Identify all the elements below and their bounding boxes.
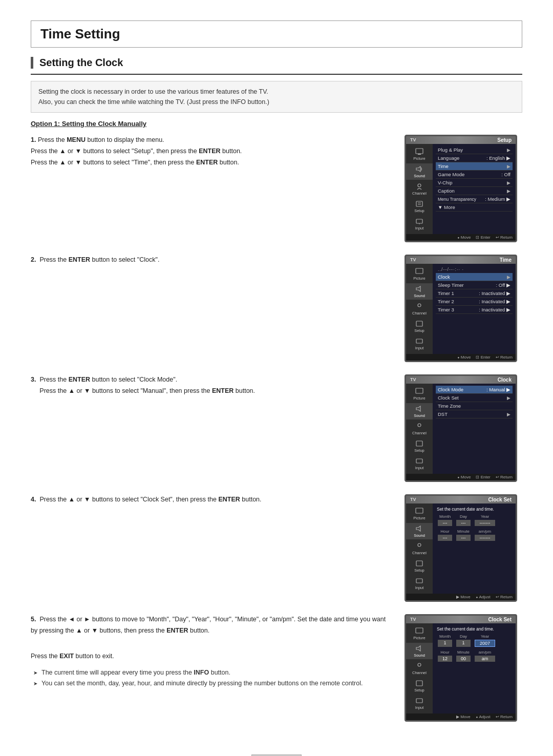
step-3-text: 3. Press the ENTER button to select "Clo…: [31, 374, 392, 397]
tv-footer-time: ⬥ Move⊡ Enter↩ Return: [406, 354, 516, 361]
step-1-text: 1. Press the MENU button to display the …: [31, 135, 392, 169]
svg-rect-19: [416, 508, 423, 513]
tv-sidebar-cs1-input: Input: [406, 575, 433, 592]
step-5: 5. Press the ◄ or ► buttons to move to "…: [31, 614, 522, 722]
step-1-screen: TV Setup Picture Sound: [405, 135, 522, 242]
tv-cs1-vals-top: --- --- -------: [436, 519, 513, 527]
svg-point-26: [418, 663, 421, 666]
tv-sidebar-clockset2: Picture Sound Channel Setup: [406, 623, 433, 713]
svg-rect-27: [416, 681, 422, 686]
tv-item-clock: Clock▶: [436, 273, 513, 281]
tv-title-setup: TV Setup: [406, 136, 516, 144]
exit-text: Press the EXIT button to exit.: [31, 640, 392, 662]
step-2-screen: TV Time Picture Sound: [405, 255, 522, 362]
tv-sidebar-input: Input: [406, 216, 433, 232]
tv-sidebar-time: Picture Sound Channel Setup: [406, 264, 433, 354]
svg-rect-13: [416, 339, 422, 343]
tv-item-timer3: Timer 3: Inactivated ▶: [436, 306, 513, 314]
tv-sidebar-cs1-channel: Channel: [406, 540, 433, 557]
tv-footer-clock: ⬥ Move⊡ Enter↩ Return: [406, 474, 516, 480]
tv-screen-time: TV Time Picture Sound: [405, 255, 517, 362]
step-3-screen: TV Clock Picture Sound: [405, 374, 522, 482]
step-2-text: 2. Press the ENTER button to select "Clo…: [31, 255, 392, 266]
svg-marker-25: [416, 646, 420, 651]
tv-sidebar-cs2-picture: Picture: [406, 625, 433, 642]
tv-sidebar-clock: Picture Sound Channel Setup: [406, 384, 433, 474]
tv-cs2-labels-top: Month Day Year: [436, 634, 513, 639]
tv-cs2-vals-top: 1 1 2007: [436, 639, 513, 647]
tv-sidebar-time-input: Input: [406, 335, 433, 352]
tv-sidebar-picture: Picture: [406, 146, 433, 162]
tv-item-timer2: Timer 2: Inactivated ▶: [436, 298, 513, 306]
tv-title-time: TV Time: [406, 256, 516, 264]
tv-item-timezone: Time Zone: [436, 402, 513, 410]
svg-rect-28: [416, 699, 422, 703]
tv-item-dst: DST▶: [436, 410, 513, 418]
tv-screen-clockset1: TV Clock Set Picture Sound: [405, 494, 517, 602]
step-4-screen: TV Clock Set Picture Sound: [405, 494, 522, 602]
tv-footer-clockset2: ▶ Move⬥ Adjust↩ Return: [406, 713, 516, 720]
intro-line-1: Setting the clock is necessary in order …: [38, 88, 268, 95]
svg-rect-24: [416, 628, 423, 633]
svg-marker-15: [416, 406, 420, 411]
tv-cs1-desc: Set the current date and time.: [436, 506, 513, 514]
svg-point-11: [418, 304, 421, 307]
tv-sidebar-cs2-setup: Setup: [406, 678, 433, 694]
step-1-number: 1.: [31, 136, 36, 143]
tv-sidebar-channel: Channel: [406, 181, 433, 197]
tv-item-plugplay: Plug & Play▶: [436, 146, 513, 154]
tv-item-clockset: Clock Set▶: [436, 394, 513, 402]
tv-item-vchip: V-Chip▶: [436, 179, 513, 187]
tv-sidebar-sound: Sound: [406, 163, 433, 180]
svg-rect-18: [416, 459, 422, 463]
tv-screen-clock: TV Clock Picture Sound: [405, 374, 517, 482]
tv-content-clockset1: Set the current date and time. Month Day…: [433, 503, 516, 594]
svg-rect-9: [416, 268, 423, 274]
tv-cs1-labels-top: Month Day Year: [436, 514, 513, 519]
tv-item-sleep: Sleep Timer: Off ▶: [436, 281, 513, 289]
tv-sidebar-clock-channel: Channel: [406, 421, 433, 437]
tv-item-language: Language: English ▶: [436, 154, 513, 162]
svg-marker-2: [416, 166, 420, 172]
tv-sidebar-clock-input: Input: [406, 455, 433, 472]
tv-content-clock: Clock Mode: Manual ▶ Clock Set▶ Time Zon…: [433, 384, 516, 474]
tv-sidebar-cs2-sound: Sound: [406, 643, 433, 659]
tv-sidebar-cs1-picture: Picture: [406, 506, 433, 522]
tv-sidebar-setup: Setup: [406, 198, 433, 215]
option-title: Option 1: Setting the Clock Manually: [31, 120, 522, 128]
tv-time-display: ../--/--·:·· ·: [436, 266, 513, 273]
tv-footer-clockset1: ▶ Move⬥ Adjust↩ Return: [406, 594, 516, 600]
tv-item-transparency: Menu Transparency: Medium ▶: [436, 195, 513, 203]
tv-item-caption: Caption▶: [436, 187, 513, 195]
notes-list: The current time will appear every time …: [31, 667, 392, 689]
svg-rect-12: [416, 321, 422, 326]
svg-point-3: [418, 184, 421, 187]
section-title: Setting the Clock: [31, 57, 522, 69]
steps-container: 1. Press the MENU button to display the …: [31, 135, 522, 734]
step-3: 3. Press the ENTER button to select "Clo…: [31, 374, 522, 482]
tv-title-clockset2: TV Clock Set: [406, 616, 516, 623]
svg-rect-14: [416, 388, 423, 393]
tv-item-time: Time▶: [436, 162, 513, 171]
svg-rect-4: [416, 201, 422, 206]
tv-sidebar-cs2-channel: Channel: [406, 660, 433, 677]
tv-sidebar-cs2-input: Input: [406, 695, 433, 711]
tv-screen-clockset2: TV Clock Set Picture Sound: [405, 614, 517, 722]
tv-sidebar-time-setup: Setup: [406, 318, 433, 334]
tv-sidebar-cs1-setup: Setup: [406, 558, 433, 574]
tv-sidebar-clock-sound: Sound: [406, 403, 433, 419]
tv-content-clockset2: Set the current date and time. Month Day…: [433, 623, 516, 713]
tv-item-timer1: Timer 1: Inactivated ▶: [436, 289, 513, 298]
note-2: You can set the month, day, year, hour, …: [33, 678, 392, 689]
tv-item-gamemode: Game Mode: Off: [436, 171, 513, 179]
tv-sidebar-clockset1: Picture Sound Channel Setup: [406, 503, 433, 594]
tv-cs2-labels-bottom: Hour Minute am/pm: [436, 649, 513, 655]
tv-sidebar-time-channel: Channel: [406, 301, 433, 317]
tv-sidebar-setup: Picture Sound Channel Setup: [406, 144, 433, 234]
svg-rect-0: [416, 149, 423, 154]
tv-cs2-vals-bottom: 12 00 am: [436, 655, 513, 662]
tv-footer-setup: ⬥ Move⊡ Enter↩ Return: [406, 234, 516, 241]
svg-rect-22: [416, 561, 422, 566]
tv-title-clock: TV Clock: [406, 376, 516, 384]
tv-sidebar-time-picture: Picture: [406, 266, 433, 282]
